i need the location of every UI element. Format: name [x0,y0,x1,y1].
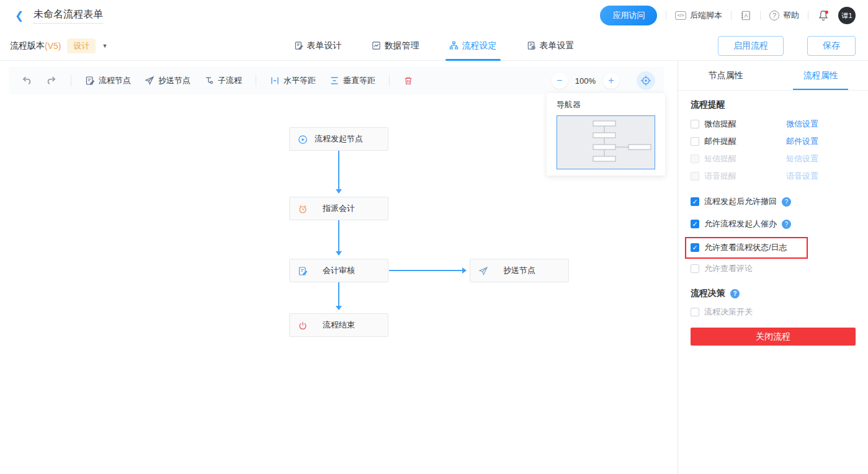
version-bar: 流程版本 (V5) 设计 ▼ 表单设计 数据管理 流程设定 [0,31,868,61]
page-title[interactable]: 未命名流程表单 [34,8,103,24]
close-flow-button[interactable]: 关闭流程 [691,328,856,346]
decision-section-title: 流程决策 [691,288,725,299]
decision-switch-checkbox[interactable] [691,308,699,316]
voice-reminder-checkbox [691,172,699,181]
designer-tabs: 表单设计 数据管理 流程设定 表单设置 [293,31,576,61]
vertical-spacing-button[interactable]: 垂直等距 [326,73,379,89]
tab-flow-settings[interactable]: 流程设定 [448,31,498,61]
backend-script-button[interactable]: </> 后端脚本 [675,10,722,21]
flow-connector [338,151,339,193]
undo-button[interactable] [17,73,36,89]
power-icon [298,321,308,331]
option-row-view-comments: 允许查看评论 [691,263,857,274]
divider [71,75,71,86]
reminder-row-wechat: 微信提醒 微信设置 [691,115,857,133]
view-status-log-checkbox[interactable]: ✓ [691,243,699,252]
reminder-section-title: 流程提醒 [691,99,725,110]
email-settings-link[interactable]: 邮件设置 [786,136,818,147]
option-label: 流程决策开关 [704,306,753,318]
redo-button[interactable] [42,73,61,89]
tab-node-properties[interactable]: 节点属性 [678,61,773,90]
node-label: 流程发起节点 [315,133,363,145]
email-reminder-checkbox[interactable] [691,137,699,146]
tool-label: 水平等距 [284,75,316,86]
sms-settings-link: 短信设置 [786,153,818,164]
reminder-row-sms: 短信提醒 短信设置 [691,150,857,168]
tool-label: 垂直等距 [343,75,375,86]
tab-label: 表单设计 [307,40,342,51]
flow-connector [338,282,339,310]
divider [256,75,256,86]
tool-label: 抄送节点 [158,75,190,86]
help-label: 帮助 [783,10,799,21]
back-icon[interactable]: ❮ [15,9,24,22]
tab-form-settings[interactable]: 表单设置 [526,31,576,61]
help-icon[interactable]: ? [730,289,740,298]
navigator-title: 导航器 [557,99,655,110]
notification-bell-icon[interactable] [817,9,830,22]
flow-node-end[interactable]: 流程结束 [289,313,388,337]
help-button[interactable]: ? 帮助 [769,10,799,21]
reminder-row-voice: 语音提醒 语音设置 [691,168,857,185]
help-icon[interactable]: ? [782,220,791,229]
option-label: 允许流程发起人催办 [704,218,777,230]
tab-data-management[interactable]: 数据管理 [370,31,421,61]
tab-flow-properties[interactable]: 流程属性 [773,61,868,90]
add-flow-node-button[interactable]: 流程节点 [81,73,135,89]
flow-node-assign-accountant[interactable]: 指派会计 [289,197,388,220]
view-comments-checkbox[interactable] [691,264,699,273]
divider [760,11,761,20]
divider [389,75,390,86]
divider [808,11,808,20]
svg-text:A: A [745,12,748,19]
zoom-out-button[interactable]: − [552,73,568,89]
reminder-label: 短信提醒 [704,153,786,164]
backend-script-label: 后端脚本 [690,10,722,21]
flow-node-cc[interactable]: 抄送节点 [470,259,569,282]
design-status-badge: 设计 [67,38,96,53]
option-label: 允许查看评论 [704,263,753,274]
enable-flow-button[interactable]: 启用流程 [718,36,784,56]
api-reference-button[interactable]: A [740,10,751,21]
tool-label: 子流程 [218,75,242,86]
flow-canvas[interactable]: 流程节点 抄送节点 子流程 水平等距 [0,61,678,474]
tool-label: 流程节点 [99,75,131,86]
node-label: 抄送节点 [503,265,535,276]
form-edit-icon [298,266,308,276]
alarm-clock-icon [298,204,308,214]
horizontal-spacing-button[interactable]: 水平等距 [266,73,320,89]
avatar[interactable]: 谭1 [838,7,856,24]
option-label: 允许查看流程状态/日志 [704,242,787,253]
add-cc-node-button[interactable]: 抄送节点 [141,73,194,89]
reminder-label: 语音提醒 [704,171,786,182]
app-header: ❮ 未命名流程表单 应用访问 </> 后端脚本 A ? 帮助 [0,0,868,31]
wechat-settings-link[interactable]: 微信设置 [786,118,818,130]
app-access-button[interactable]: 应用访问 [600,6,657,25]
option-row-decision-switch: 流程决策开关 [691,306,857,318]
add-subflow-button[interactable]: 子流程 [200,73,246,89]
delete-button[interactable] [400,73,417,88]
navigator-minimap[interactable] [557,115,655,169]
reminder-label: 邮件提醒 [704,136,786,147]
zoom-in-button[interactable]: + [603,73,619,89]
save-button[interactable]: 保存 [807,36,856,56]
locate-center-button[interactable] [637,71,655,90]
option-row-allow-withdraw: ✓ 流程发起后允许撤回 ? [691,196,857,207]
help-icon[interactable]: ? [782,197,791,207]
wechat-reminder-checkbox[interactable] [691,120,699,128]
flow-connector [389,270,466,271]
tab-form-design[interactable]: 表单设计 [293,31,343,61]
flow-node-start[interactable]: 流程发起节点 [289,127,388,151]
node-label: 流程结束 [323,320,355,331]
flow-node-accountant-review[interactable]: 会计审核 [289,259,388,282]
flow-toolbar: 流程节点 抄送节点 子流程 水平等距 [9,67,664,94]
version-label: 流程版本 [10,40,45,51]
tab-label: 数据管理 [385,40,419,51]
tab-label: 流程设定 [462,40,497,51]
allow-withdraw-checkbox[interactable]: ✓ [691,197,699,206]
divider [731,11,732,20]
allow-urge-checkbox[interactable]: ✓ [691,220,699,228]
version-dropdown-icon[interactable]: ▼ [102,43,107,49]
code-icon: </> [675,11,686,20]
play-circle-icon [298,135,308,145]
